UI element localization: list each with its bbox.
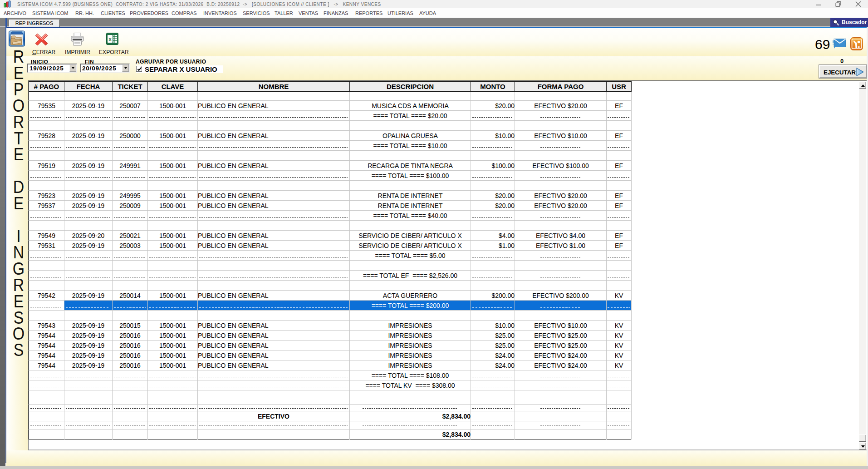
svg-text:x: x bbox=[108, 36, 112, 42]
